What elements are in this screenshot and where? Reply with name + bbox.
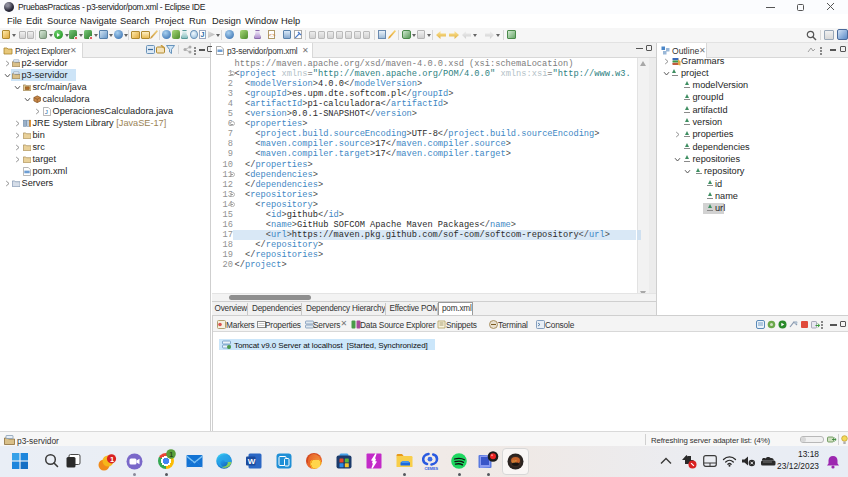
svg-text:1: 1 bbox=[110, 455, 114, 464]
svg-text:GT: GT bbox=[512, 460, 518, 464]
svg-text:J: J bbox=[44, 108, 47, 115]
svg-text:1: 1 bbox=[169, 451, 173, 458]
svg-text:CEMES: CEMES bbox=[425, 467, 439, 471]
svg-text:W: W bbox=[248, 457, 256, 466]
